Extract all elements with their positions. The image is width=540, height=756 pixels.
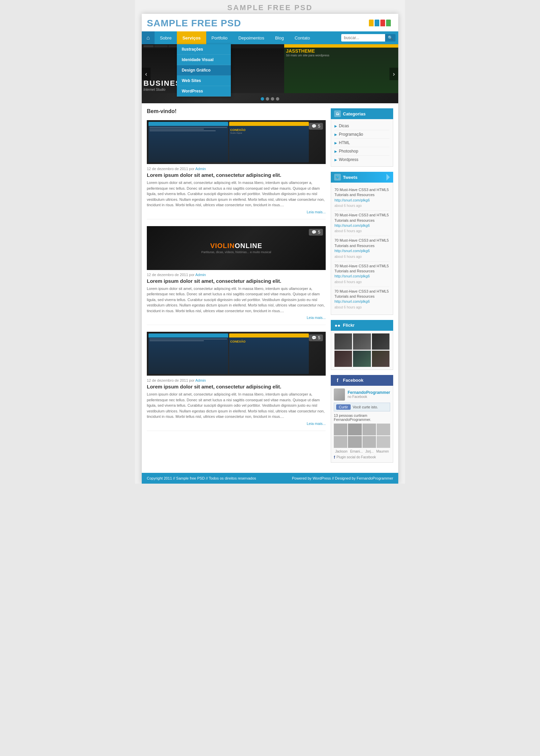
post-author-link-2[interactable]: Admin (195, 273, 206, 277)
fb-member-count: 13 pessoas curtiram FernandoProgrammer. (334, 413, 390, 422)
facebook-header: f Facebook (331, 375, 393, 386)
comment-badge-1: 💬 5 (309, 123, 323, 130)
fb-thumbs-grid-2 (334, 436, 390, 448)
categorias-icon: 🗂 (334, 110, 341, 117)
tweets-widget: 🐦 Tweets 70 Must-Have CSS3 and HTML5 Tut… (331, 172, 393, 315)
category-programacao[interactable]: ▶ Programação (334, 130, 389, 139)
color-tab-red (380, 20, 385, 26)
nav-label-portfolio: Portfolio (212, 35, 228, 40)
flickr-thumb-1[interactable] (334, 333, 352, 350)
post-author-link-1[interactable]: Admin (195, 167, 206, 171)
fb-suffix: no Facebook (348, 395, 390, 399)
hero-prev-button[interactable]: ‹ (142, 68, 151, 80)
hero-next-button[interactable]: › (389, 68, 398, 80)
hero-dot-3[interactable] (271, 97, 274, 101)
welcome-title: Bem-vindo! (147, 108, 326, 116)
tweet-link-5[interactable]: http://snurl.com/plkg6 (334, 299, 370, 303)
category-dicas[interactable]: ▶ Dicas (334, 122, 389, 130)
nav-item-sobre[interactable]: Sobre (155, 31, 177, 44)
flickr-thumb-4[interactable] (334, 351, 352, 367)
screenshot-2: CONEXÃO Studio Digital (229, 122, 309, 162)
hero-dot-1[interactable] (261, 97, 264, 101)
footer-right: Powered by WordPress // Designed by Fern… (292, 476, 393, 480)
posts-area: Bem-vindo! (147, 108, 331, 468)
flickr-thumb-5[interactable] (353, 351, 371, 367)
nav-item-servicos[interactable]: Serviços Ilustrações Idenidade Visual De… (177, 31, 206, 44)
tweet-link-3[interactable]: http://snurl.com/plkg6 (334, 249, 370, 253)
hero-dot-4[interactable] (276, 97, 279, 101)
category-photoshop[interactable]: ▶ Photoshop (334, 147, 389, 156)
violin-sub: Partituras, dicas, vídeos, histórias... … (201, 250, 271, 254)
fb-thumb-1[interactable] (334, 424, 347, 435)
home-icon: ⌂ (146, 35, 150, 41)
arrow-icon: ▶ (334, 133, 337, 136)
post-excerpt-2: Lorem ipsum dolor sit amet, consectetur … (147, 286, 326, 314)
site-header: SAMPLE FREE PSD (142, 14, 398, 31)
tweets-icon: 🐦 (334, 174, 341, 181)
readmore-link-1[interactable]: Leia mais... (307, 210, 326, 214)
fb-thumb-2[interactable] (348, 424, 361, 435)
fb-username[interactable]: FernandoProgrammer (348, 390, 390, 395)
post-excerpt-3: Lorem ipsum dolor sit amet, consectetur … (147, 392, 326, 420)
category-wordpress[interactable]: ▶ Wordpress (334, 156, 389, 164)
nav-item-depoimentos[interactable]: Depoimentos (233, 31, 270, 44)
fb-thumb-5[interactable] (334, 436, 347, 448)
hero-dot-2[interactable] (266, 97, 269, 101)
search-input[interactable] (341, 34, 385, 42)
nav-item-contato[interactable]: Contato (289, 31, 316, 44)
footer-left: Copyright 2011 // Sample free PSD // Tod… (147, 476, 256, 480)
tweets-header: 🐦 Tweets (331, 172, 393, 183)
flickr-title: Flickr (343, 323, 355, 328)
nav-item-blog[interactable]: Blog (270, 31, 289, 44)
flickr-thumb-6[interactable] (372, 351, 389, 367)
color-tab-yellow (369, 20, 374, 26)
hero-dots (261, 97, 279, 101)
readmore-link-3[interactable]: Leia mais... (307, 422, 326, 426)
nav-label-sobre: Sobre (160, 35, 172, 40)
site-title: SAMPLE FREE PSD (147, 18, 393, 29)
fb-thumbs-grid (334, 424, 390, 435)
color-tab-blue (375, 20, 379, 26)
flickr-body (331, 331, 393, 370)
arrow-icon: ▶ (334, 158, 337, 162)
fb-you-like: Você curte isto. (353, 405, 378, 409)
watermark-text: SAMPLE FREE PSD (227, 3, 313, 12)
fb-thumb-8[interactable] (377, 436, 390, 448)
flickr-thumb-2[interactable] (353, 333, 371, 350)
nav-item-portfolio[interactable]: Portfolio (206, 31, 233, 44)
arrow-icon: ▶ (334, 150, 337, 153)
color-tab-green (386, 20, 391, 26)
fb-thumb-3[interactable] (362, 424, 376, 435)
tweet-link-2[interactable]: http://snurl.com/plkg6 (334, 223, 370, 227)
post-image-1: CONEXÃO Studio Digital 💬 5 (147, 120, 326, 164)
fb-thumb-7[interactable] (362, 436, 376, 448)
dropdown-item-design[interactable]: Design Gráfico (177, 65, 231, 76)
readmore-link-2[interactable]: Leia mais... (307, 316, 326, 320)
dropdown-item-ilustracoes[interactable]: Ilustrações (177, 44, 231, 55)
dropdown-item-websites[interactable]: Web Sites (177, 76, 231, 86)
main-content: Bem-vindo! (142, 103, 398, 473)
arrow-icon: ▶ (334, 124, 337, 128)
tweets-title: Tweets (343, 175, 357, 180)
post-author-link-3[interactable]: Admin (195, 378, 206, 382)
fb-like-button[interactable]: Curtir (336, 404, 351, 410)
tweet-link-1[interactable]: http://snurl.com/plkg6 (334, 198, 370, 202)
top-watermark: SAMPLE FREE PSD (135, 0, 405, 14)
fb-thumb-4[interactable] (377, 424, 390, 435)
tweet-link-4[interactable]: http://snurl.com/plkg6 (334, 274, 370, 278)
post-readmore-3: Leia mais... (147, 422, 326, 426)
tweet-2: 70 Must-Have CSS3 and HTML5 Tutorials an… (334, 211, 389, 236)
dropdown-item-idenidade[interactable]: Idenidade Visual (177, 55, 231, 65)
fb-profile: FernandoProgrammer no Facebook (334, 388, 390, 401)
post-title-2: Lorem ipsum dolor sit amet, consectetur … (147, 278, 326, 284)
tweet-5: 70 Must-Have CSS3 and HTML5 Tutorials an… (334, 287, 389, 312)
nav-home-button[interactable]: ⌂ (142, 31, 155, 44)
fb-labels: Jackson Ernani... Jorj... Maurren (334, 450, 390, 453)
nav-search: 🔍 (339, 31, 398, 44)
fb-thumb-6[interactable] (348, 436, 361, 448)
flickr-thumb-3[interactable] (372, 333, 389, 350)
search-button[interactable]: 🔍 (385, 34, 396, 42)
nav-label-servicos: Serviços (182, 35, 200, 40)
dropdown-item-wordpress[interactable]: WordPress (177, 86, 231, 97)
category-html[interactable]: ▶ HTML (334, 139, 389, 147)
